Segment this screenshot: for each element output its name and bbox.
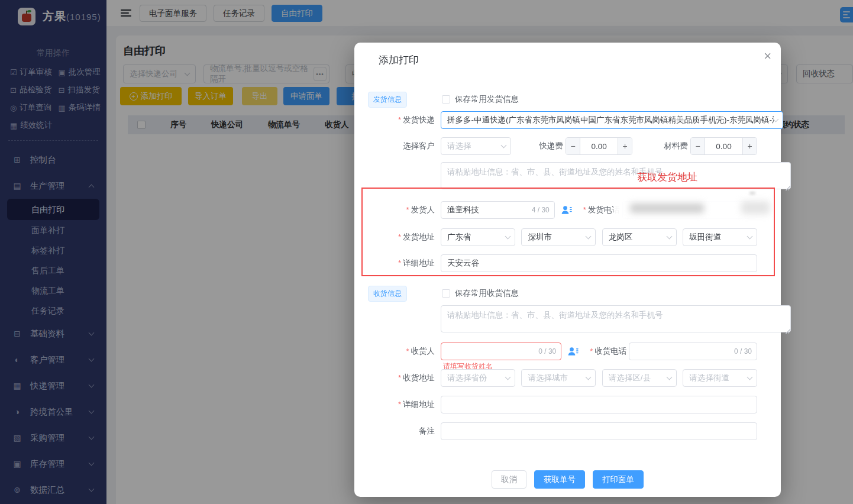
sender-label: 发货人: [378, 205, 441, 215]
recv-phone-label: 收货电话: [579, 346, 629, 357]
save-ship-info-label: 保存常用发货信息: [455, 94, 519, 105]
cancel-button[interactable]: 取消: [492, 470, 526, 489]
courier-fee-value[interactable]: 0.00: [580, 138, 618, 154]
plus-icon[interactable]: +: [618, 138, 632, 154]
receiver-label: 收货人: [378, 346, 441, 357]
plus-icon[interactable]: +: [742, 138, 757, 154]
ship-courier-label: 发货快递: [378, 115, 441, 125]
ship-address-label: 发货地址: [378, 232, 441, 243]
sender-name-input[interactable]: 4 / 30: [441, 201, 555, 219]
contact-book-icon[interactable]: [561, 204, 573, 216]
ship-province-select[interactable]: 广东省: [441, 228, 515, 246]
courier-fee-stepper: − 0.00 +: [566, 137, 632, 155]
close-icon[interactable]: ×: [764, 50, 771, 63]
ship-detail-label: 详细地址: [378, 258, 441, 269]
receiver-char-count: 0 / 30: [536, 347, 556, 356]
chevron-down-icon: [666, 234, 672, 240]
modal-footer: 取消 获取单号 打印面单: [354, 470, 781, 489]
save-recv-info-checkbox[interactable]: [442, 289, 450, 298]
print-waybill-button[interactable]: 打印面单: [593, 470, 644, 489]
resize-handle[interactable]: [786, 186, 790, 190]
recv-phone-char-count: 0 / 30: [732, 347, 752, 356]
minus-icon[interactable]: −: [691, 138, 705, 154]
chevron-down-icon: [747, 374, 753, 380]
recv-province-select[interactable]: 请选择省份: [441, 369, 515, 387]
material-fee-stepper: − 0.00 +: [690, 137, 757, 155]
save-ship-info-checkbox[interactable]: [442, 95, 450, 104]
chevron-down-icon: [586, 374, 592, 380]
ship-district-select[interactable]: 龙岗区: [602, 228, 677, 246]
receiver-name-input[interactable]: 0 / 30: [441, 343, 561, 360]
resize-handle[interactable]: [786, 329, 790, 334]
recv-detail-label: 详细地址: [378, 399, 441, 410]
recv-address-paste-textarea[interactable]: [441, 305, 791, 332]
recv-street-select[interactable]: 请选择街道: [683, 369, 757, 387]
ship-street-select[interactable]: 坂田街道: [683, 228, 757, 246]
add-print-modal: 添加打印 × 发货信息 保存常用发货信息 发货快递 拼多多-中通快递(广东省东莞…: [354, 43, 781, 497]
ship-city-select[interactable]: 深圳市: [521, 228, 596, 246]
courier-fee-label: 快递费: [511, 141, 566, 151]
recv-info-tag: 收货信息: [368, 286, 407, 302]
save-recv-info-label: 保存常用收货信息: [455, 288, 519, 299]
chevron-down-icon: [773, 117, 779, 122]
get-number-button[interactable]: 获取单号: [534, 470, 585, 489]
ship-courier-select[interactable]: 拼多多-中通快递(广东省东莞市凤岗镇中国广东省东莞市凤岗镇精美品质手机壳)-东莞…: [441, 111, 783, 129]
recv-district-select[interactable]: 请选择区/县: [602, 369, 677, 387]
chevron-down-icon: [505, 234, 510, 240]
ship-address-paste-textarea[interactable]: [441, 162, 791, 189]
chevron-down-icon: [747, 234, 753, 240]
customer-select-label: 选择客户: [378, 141, 441, 151]
chevron-down-icon: [666, 374, 672, 380]
sender-char-count: 4 / 30: [529, 206, 550, 214]
recv-detail-input[interactable]: [441, 396, 757, 413]
note-label: 备注: [378, 426, 441, 437]
material-fee-label: 材料费: [632, 141, 690, 151]
customer-select[interactable]: 请选择: [441, 137, 511, 155]
chevron-down-icon: [586, 234, 592, 240]
minus-icon[interactable]: −: [566, 138, 580, 154]
chevron-down-icon: [505, 374, 510, 380]
ship-detail-input[interactable]: [441, 254, 757, 272]
recv-city-select[interactable]: 请选择城市: [521, 369, 596, 387]
material-fee-value[interactable]: 0.00: [705, 138, 742, 154]
recv-address-label: 收货地址: [378, 373, 441, 383]
ship-info-tag: 发货信息: [368, 92, 407, 108]
recv-phone-input[interactable]: 0 / 30: [629, 343, 757, 360]
note-input[interactable]: [441, 422, 757, 440]
contact-book-icon[interactable]: [567, 345, 579, 357]
modal-title: 添加打印: [379, 53, 419, 67]
annotation-get-ship-address: 获取发货地址: [637, 170, 697, 184]
chevron-down-icon: [501, 143, 507, 148]
phone-redaction-blur: [613, 190, 773, 224]
